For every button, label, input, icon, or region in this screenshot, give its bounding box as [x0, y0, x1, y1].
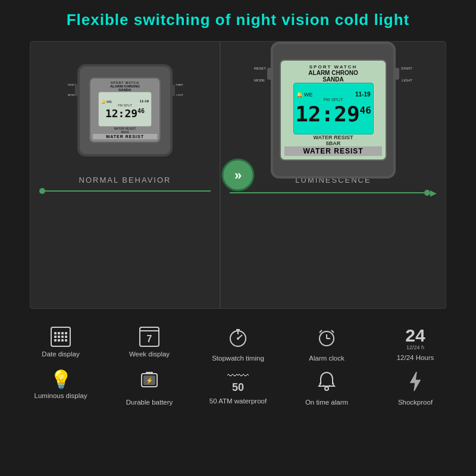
feature-hours: 24 12/24 h 12/24 Hours [372, 327, 458, 362]
date-icon [51, 327, 71, 347]
battery-label: Durable battery [126, 399, 173, 406]
right-button-large [394, 68, 399, 80]
feature-date: Date display [18, 327, 104, 362]
waterproof-label: 50 ATM waterproof [209, 397, 267, 405]
feature-waterproof: 〰〰 50 50 ATM waterproof [195, 371, 281, 406]
svg-marker-19 [411, 372, 420, 391]
header: Flexible switching of night vision cold … [0, 0, 476, 35]
alarm-label: Alarm clock [309, 355, 344, 362]
date-label: Date display [42, 350, 79, 358]
left-button-large [267, 68, 272, 80]
stopwatch-label: Stopwatch timing [212, 355, 264, 362]
normal-label: NORMAL BEHAVIOR [79, 176, 171, 184]
svg-point-4 [237, 337, 239, 340]
shockproof-label: Shockproof [398, 399, 433, 406]
luminescent-watch-image: RESET MODE START LIGHT SPORT WATCH ALARM… [271, 51, 396, 170]
page: Flexible switching of night vision cold … [0, 0, 476, 476]
feature-luminous: 💡 Luminous display [18, 371, 104, 406]
hours-label: 12/24 Hours [397, 354, 434, 361]
watch-face-lit: SPORT WATCH ALARM CHRONOSANDA 🔔 WE 11-19… [280, 60, 387, 161]
svg-line-9 [331, 330, 334, 333]
stopwatch-icon [227, 327, 249, 351]
week-label: Week display [129, 350, 170, 358]
hours-icon: 24 12/24 h [405, 327, 425, 350]
svg-line-8 [320, 330, 322, 333]
right-button-small [170, 84, 175, 96]
feature-shockproof: Shockproof [372, 371, 458, 406]
alarm-icon [316, 327, 337, 351]
feature-week: 7 Week display [107, 327, 192, 362]
water-icon: 〰〰 50 [227, 371, 249, 394]
feature-alarm: Alarm clock [284, 327, 369, 362]
watch-display-normal: 🔔 WE 11-19 PMSPLIT 12:2946 [98, 92, 152, 127]
comparison-arrow: » [222, 159, 255, 192]
week-icon: 7 [139, 327, 159, 347]
bell-icon [317, 371, 337, 395]
feature-battery: ⚡ Durable battery [107, 371, 192, 406]
normal-panel: RESET MODE START LIGHT SPORT WATCH ALARM… [30, 41, 220, 309]
svg-text:⚡: ⚡ [146, 377, 154, 384]
on-time-alarm-label: On time alarm [305, 399, 348, 406]
page-title: Flexible switching of night vision cold … [12, 11, 464, 29]
progress-line-right: ▶ [230, 188, 437, 198]
svg-point-14 [325, 387, 328, 390]
progress-line-left [39, 188, 211, 194]
watch-face-normal: SPORT WATCH ALARM CHRONOSANDA 🔔 WE 11-19… [89, 77, 161, 143]
watch-display-lit: 🔔 WE 11-19 PMSPLIT 12:2946 [293, 83, 374, 134]
comparison-section: RESET MODE START LIGHT SPORT WATCH ALARM… [0, 35, 476, 315]
left-button-small [75, 84, 80, 96]
features-row1: Date display 7 Week display Stopwatch ti… [0, 315, 476, 368]
lightning-icon [407, 371, 424, 395]
luminous-label: Luminous display [35, 392, 87, 399]
battery-icon: ⚡ [140, 371, 158, 395]
feature-on-time-alarm: On time alarm [284, 371, 369, 406]
feature-stopwatch: Stopwatch timing [195, 327, 281, 362]
bulb-icon: 💡 [50, 371, 72, 389]
normal-watch-image: RESET MODE START LIGHT SPORT WATCH ALARM… [62, 51, 187, 170]
features-row2: 💡 Luminous display ⚡ Durable battery 〰〰 … [0, 368, 476, 412]
